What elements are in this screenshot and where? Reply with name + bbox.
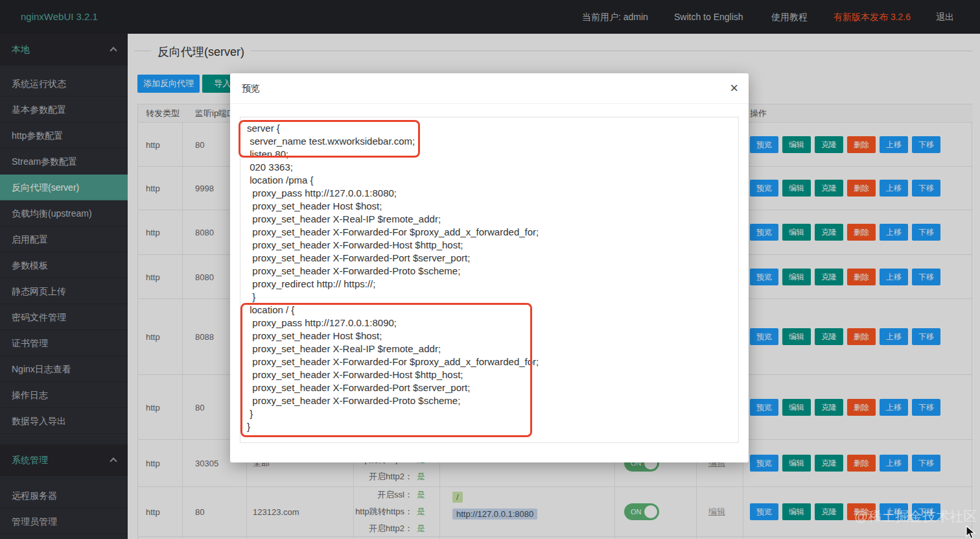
modal-title: 预览 [242, 73, 260, 104]
modal-header: 预览 × [230, 73, 749, 104]
mouse-cursor-icon [966, 525, 980, 539]
close-icon[interactable]: × [730, 80, 738, 97]
nginx-config-code: server { server_name test.wxworksidebar.… [247, 122, 732, 433]
preview-modal: 预览 × server { server_name test.wxworksid… [230, 73, 749, 462]
config-preview-box: server { server_name test.wxworksidebar.… [240, 117, 739, 443]
